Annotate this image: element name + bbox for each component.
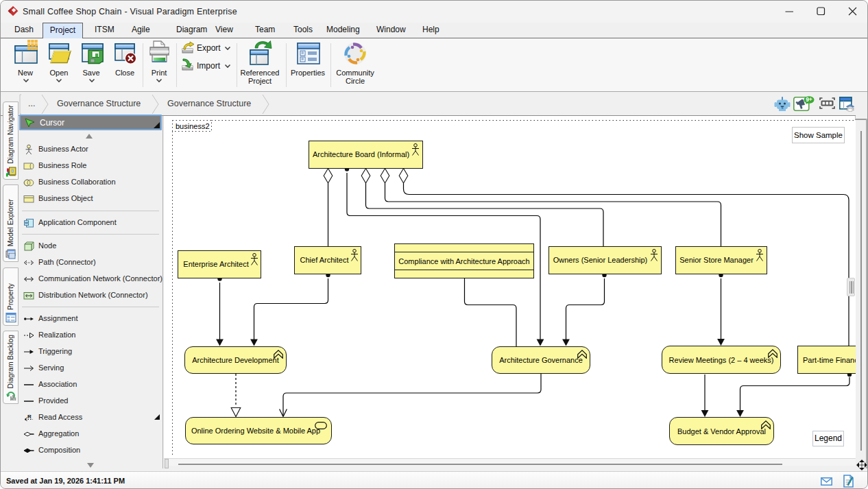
svg-text:9+: 9+ [806,96,812,103]
svg-text:R: R [27,414,32,420]
